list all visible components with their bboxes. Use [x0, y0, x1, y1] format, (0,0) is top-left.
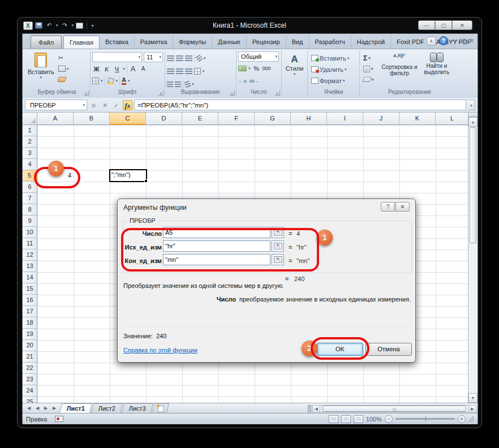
row-header-4[interactable]: 4: [23, 159, 37, 170]
normal-view-icon[interactable]: [329, 415, 338, 423]
cell-c5-edit[interactable]: ";"mn"): [109, 169, 147, 182]
increase-indent-icon[interactable]: [175, 81, 181, 87]
undo-dropdown-icon[interactable]: ▾: [56, 23, 58, 28]
prev-sheet-icon[interactable]: ◀: [33, 404, 41, 412]
next-sheet-icon[interactable]: ▶: [42, 404, 50, 412]
row-header-3[interactable]: 3: [23, 148, 37, 159]
merge-dropdown-icon[interactable]: ▾: [203, 69, 205, 74]
row-header-18[interactable]: 18: [23, 317, 37, 329]
horizontal-scrollbar[interactable]: ◀ ▶: [307, 404, 476, 412]
paste-button[interactable]: Вставить ▾: [25, 51, 57, 87]
column-header-g[interactable]: G: [255, 113, 291, 125]
accounting-format-icon[interactable]: [238, 66, 247, 71]
row-header-1[interactable]: 1: [23, 125, 37, 136]
redo-icon[interactable]: ↷: [61, 21, 70, 29]
column-header-i[interactable]: I: [327, 113, 363, 125]
cancel-entry-button[interactable]: ✕: [100, 100, 110, 110]
delete-cells-button[interactable]: Удалить▾: [309, 64, 358, 74]
align-center-icon[interactable]: [176, 68, 183, 74]
align-bottom-icon[interactable]: [185, 55, 192, 61]
row-header-21[interactable]: 21: [23, 351, 37, 363]
column-header-a[interactable]: A: [37, 113, 74, 125]
increase-decimal-icon[interactable]: ←.0: [238, 79, 247, 84]
first-sheet-icon[interactable]: ◀: [25, 404, 33, 412]
page-break-view-icon[interactable]: [354, 415, 363, 423]
row-header-9[interactable]: 9: [23, 216, 37, 227]
horizontal-scroll-thumb[interactable]: [322, 406, 466, 412]
scroll-down-icon[interactable]: ▼: [468, 393, 478, 403]
fill-color-icon[interactable]: [107, 78, 114, 84]
tab-данные[interactable]: Данные: [212, 36, 247, 49]
scroll-up-icon[interactable]: ▲: [468, 117, 478, 127]
row-header-10[interactable]: 10: [23, 227, 37, 238]
percent-style-button[interactable]: %: [252, 64, 261, 73]
row-header-15[interactable]: 15: [23, 283, 37, 295]
fill-button[interactable]: ↓▾: [362, 64, 381, 74]
column-header-d[interactable]: D: [146, 113, 182, 125]
resize-grip[interactable]: [468, 416, 474, 422]
column-header-j[interactable]: J: [363, 113, 399, 125]
last-sheet-icon[interactable]: ▶: [50, 404, 58, 412]
column-header-f[interactable]: F: [218, 113, 255, 125]
tab-рецензир[interactable]: Рецензир: [247, 36, 286, 49]
row-header-13[interactable]: 13: [23, 261, 37, 272]
format-painter-button[interactable]: [57, 75, 71, 84]
vertical-scrollbar[interactable]: ▲ ▼: [468, 113, 478, 403]
undo-icon[interactable]: ↶: [45, 21, 54, 29]
row-header-8[interactable]: 8: [23, 204, 37, 216]
underline-dropdown-icon[interactable]: ▾: [123, 67, 125, 71]
scroll-left-icon[interactable]: ◀: [312, 405, 320, 412]
align-right-icon[interactable]: [185, 68, 192, 74]
wrap-text-icon[interactable]: [184, 81, 191, 88]
cut-button[interactable]: ✂: [57, 53, 71, 63]
tab-формулы[interactable]: Формулы: [173, 36, 212, 49]
workbook-close-icon[interactable]: ✕: [470, 36, 474, 45]
font-size-select[interactable]: 11▾: [144, 52, 163, 62]
save-icon[interactable]: [35, 22, 42, 29]
zoom-in-icon[interactable]: +: [458, 415, 466, 423]
close-button[interactable]: ✕: [452, 20, 472, 30]
tab-вид[interactable]: Вид: [286, 36, 309, 49]
sheet-tab-лист3[interactable]: Лист3: [122, 403, 153, 413]
bold-button[interactable]: Ж: [92, 64, 101, 74]
name-box[interactable]: ПРЕОБР▾: [25, 100, 87, 110]
wrap-dropdown-icon[interactable]: ▾: [192, 82, 194, 87]
row-header-11[interactable]: 11: [23, 238, 37, 249]
insert-function-button[interactable]: fx: [123, 100, 132, 110]
row-header-16[interactable]: 16: [23, 295, 37, 306]
vertical-split-handle[interactable]: [468, 113, 478, 117]
select-all-corner[interactable]: [23, 113, 37, 125]
accounting-dropdown-icon[interactable]: ▾: [248, 66, 251, 71]
copy-button[interactable]: ▾: [57, 64, 71, 74]
decrease-decimal-icon[interactable]: .00→: [248, 79, 259, 84]
column-header-b[interactable]: B: [74, 113, 110, 125]
row-header-19[interactable]: 19: [23, 329, 37, 340]
name-box-dropdown-icon[interactable]: ▾: [83, 103, 85, 107]
dialog-close-icon[interactable]: ✕: [395, 202, 410, 212]
tab-split-handle[interactable]: [308, 405, 311, 412]
macro-record-icon[interactable]: [55, 416, 63, 422]
formula-input[interactable]: =ПРЕОБР(A5;"hr";"mn"): [134, 100, 466, 110]
minimize-button[interactable]: —: [418, 20, 435, 30]
formula-bar-expand-icon[interactable]: ▾: [468, 100, 475, 110]
row-header-24[interactable]: 24: [23, 385, 37, 397]
column-header-l[interactable]: L: [436, 113, 469, 125]
zoom-slider[interactable]: [395, 418, 455, 420]
tab-разработч[interactable]: Разработч: [309, 36, 351, 49]
tab-главная[interactable]: Главная: [63, 36, 100, 49]
row-header-23[interactable]: 23: [23, 374, 37, 385]
workbook-restore-icon[interactable]: ▢: [461, 36, 466, 45]
sort-filter-button[interactable]: А,Я Сортировка и фильтр: [381, 51, 418, 87]
restore-button[interactable]: ▢: [435, 20, 452, 30]
row-header-20[interactable]: 20: [23, 340, 37, 351]
borders-dropdown-icon[interactable]: ▾: [101, 79, 103, 83]
workbook-minimize-icon[interactable]: —: [451, 36, 457, 45]
autosum-button[interactable]: Σ▾: [362, 53, 381, 63]
borders-icon[interactable]: [92, 77, 99, 84]
enter-entry-button[interactable]: ✓: [111, 100, 121, 110]
page-layout-view-icon[interactable]: [341, 415, 351, 423]
column-header-k[interactable]: K: [399, 113, 436, 125]
format-cells-button[interactable]: Формат▾: [309, 76, 358, 85]
italic-button[interactable]: К: [102, 64, 111, 74]
fill-color-dropdown-icon[interactable]: ▾: [116, 79, 118, 83]
